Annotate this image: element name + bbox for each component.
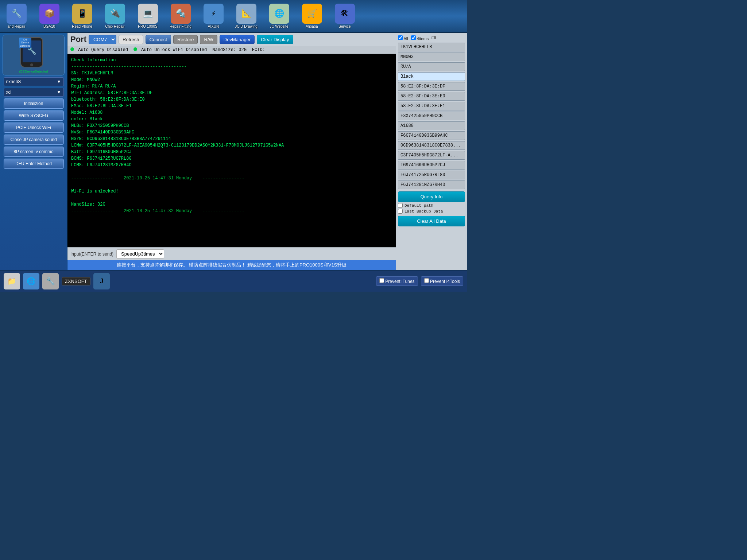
all-checkbox[interactable] bbox=[398, 35, 403, 40]
auto-query-dot bbox=[70, 47, 74, 51]
terminal-line: BCMS: F6J741725RUG7RL80 bbox=[71, 155, 392, 162]
clear-display-button[interactable]: Clear Display bbox=[257, 35, 293, 44]
terminal-line: bluetooth: 58:E2:8F:DA:3E:E0 bbox=[71, 96, 392, 103]
port-bar: Port COM7 Refresh Connect Restore R/W De… bbox=[67, 33, 396, 46]
taskbar-icon-aixun[interactable]: ⚡ AIXUN bbox=[199, 4, 228, 28]
dropdown-nxne6s[interactable]: nxne6S ▼ bbox=[4, 77, 64, 86]
connect-button[interactable]: Connect bbox=[146, 35, 171, 44]
pcie-unlock-wifi-button[interactable]: PCIE Unlock WiFi bbox=[4, 122, 64, 133]
terminal-line bbox=[71, 168, 392, 175]
terminal-wifi-unlocked: Wi-Fi is unlocked! bbox=[71, 188, 392, 195]
terminal-line: WIFI Address: 58:E2:8F:DA:3E:DF bbox=[71, 90, 392, 96]
terminal-line: Check Information bbox=[71, 57, 392, 63]
item-count: □9 bbox=[431, 35, 436, 41]
terminal-line: Mode: MNOW2 bbox=[71, 77, 392, 83]
taskbar-icon-band-repair[interactable]: 🔧 and Repair bbox=[2, 4, 31, 28]
main-content: Port COM7 Refresh Connect Restore R/W De… bbox=[67, 33, 396, 270]
left-sidebar: 🔧 iOSDeviceDetected iOSDeviceDetected nx… bbox=[0, 33, 67, 270]
nand-size-status: NandSize: 32G bbox=[212, 47, 247, 52]
terminal-timestamp: ---------------- 2021-10-25 14:47:31 Mon… bbox=[71, 175, 392, 182]
bottom-icon-app[interactable]: J bbox=[93, 273, 110, 289]
right-item-model: A1688 bbox=[398, 121, 465, 130]
input-dropdown[interactable]: SpeedUp3times Normal SpeedUp2times bbox=[116, 249, 164, 258]
terminal-line: Model: A1688 bbox=[71, 109, 392, 116]
right-checkbar: All 4items □9 bbox=[398, 35, 465, 42]
bottom-icon-tools[interactable]: 🔧 bbox=[42, 273, 59, 289]
right-item-emac: 58:E2:8F:DA:3E:E1 bbox=[398, 102, 465, 110]
auto-query-status: Auto Query Disabled bbox=[70, 47, 128, 52]
taskbar-icon-service[interactable]: 🛠 Service bbox=[330, 4, 359, 28]
right-item-nvsn: F6G74140D03GB99AHC bbox=[398, 131, 465, 140]
taskbar-icon-jcid-drawing[interactable]: 📐 JCID Drawing bbox=[232, 4, 261, 28]
svg-point-2 bbox=[30, 63, 33, 66]
default-path-label: Default path bbox=[405, 203, 433, 208]
right-item-mode: MN0W2 bbox=[398, 52, 465, 61]
right-panel: All 4items □9 FK1VLHCHHFLR MN0W2 RU/A Bl… bbox=[396, 33, 467, 270]
bottom-icon-folder[interactable]: 📁 bbox=[4, 273, 20, 289]
dropdown-xd[interactable]: xd ▼ bbox=[4, 88, 64, 97]
terminal-line: ----------------------------------------… bbox=[71, 63, 392, 70]
rw-button[interactable]: R/W bbox=[200, 35, 217, 44]
last-backup-checkbox[interactable] bbox=[398, 209, 403, 214]
auto-unlock-dot bbox=[133, 47, 137, 51]
right-item-batt: FG97416K0UHG5P2CJ bbox=[398, 161, 465, 170]
port-label: Port bbox=[70, 35, 86, 44]
last-backup-row: Last Backup Data bbox=[398, 209, 465, 214]
terminal-line: color: Black bbox=[71, 116, 392, 122]
right-item-mlb: F3X7425059PH9CCB bbox=[398, 112, 465, 120]
terminal-line bbox=[71, 182, 392, 188]
taskbar-icon-chip-repair[interactable]: 🔌 Chip Repair bbox=[100, 4, 129, 28]
restore-button[interactable]: Restore bbox=[173, 35, 198, 44]
terminal-line: Region: RU/A RU/A bbox=[71, 83, 392, 90]
port-select[interactable]: COM7 bbox=[89, 35, 116, 44]
refresh-button[interactable]: Refresh bbox=[119, 35, 143, 44]
right-item-lcm: C3F7405H5HDG872LF-A... bbox=[398, 151, 465, 160]
prevent-itunes-label[interactable]: Prevent iTunes bbox=[376, 276, 418, 286]
taskbar-icon-alibaba[interactable]: 🛒 Alibaba bbox=[297, 4, 326, 28]
terminal-nandsize: NandSize: 32G bbox=[71, 201, 392, 208]
terminal-line: NvSn: F6G74140D03GB99AHC bbox=[71, 129, 392, 136]
top-taskbar: 🔧 and Repair 📦 BGA10 📱 Read Phone 🔌 Chip… bbox=[0, 0, 467, 33]
default-path-checkbox[interactable] bbox=[398, 203, 403, 208]
terminal-line: Batt: FG97416K0UHG5P2CJ bbox=[71, 149, 392, 155]
prevent-itunes-checkbox[interactable] bbox=[379, 278, 384, 283]
terminal-display[interactable]: Check Information ----------------------… bbox=[67, 54, 396, 247]
app-label[interactable]: ZXNSOFT bbox=[62, 277, 90, 285]
taskbar-icon-bga10[interactable]: 📦 BGA10 bbox=[35, 4, 64, 28]
right-item-region: RU/A bbox=[398, 62, 465, 71]
right-item-nsrn: 0CD9638148318C0E7838... bbox=[398, 141, 465, 150]
write-syscfg-button[interactable]: Write SYSCFG bbox=[4, 110, 64, 121]
input-bar: Input(ENTER to send) SpeedUp3times Norma… bbox=[67, 247, 396, 260]
right-item-wifi: 58:E2:8F:DA:3E:DF bbox=[398, 82, 465, 91]
right-item-color: Black bbox=[398, 72, 465, 81]
last-backup-label: Last Backup Data bbox=[405, 209, 443, 214]
devmanager-button[interactable]: DevManager bbox=[220, 35, 255, 44]
query-info-button[interactable]: Query Info bbox=[398, 191, 465, 202]
terminal-line: EMac: 58:E2:8F:DA:3E:E1 bbox=[71, 103, 392, 109]
4items-checkbox[interactable] bbox=[411, 35, 416, 40]
terminal-line: SN: FK1VLHCHHFLR bbox=[71, 70, 392, 77]
terminal-line: FCMS: F6J741281MZG7RH4D bbox=[71, 162, 392, 168]
initializion-button[interactable]: Initializion bbox=[4, 98, 64, 109]
prevent-i4tools-label[interactable]: Prevent i4Tools bbox=[421, 276, 463, 286]
right-item-fcms: F6J741281MZG7RH4D bbox=[398, 180, 465, 189]
ecid-status: ECID: bbox=[252, 47, 265, 52]
status-bar: Auto Query Disabled Auto Unlock WiFi Dis… bbox=[67, 46, 396, 54]
app-container: 🔧 iOSDeviceDetected iOSDeviceDetected nx… bbox=[0, 33, 467, 270]
taskbar-icon-read-phone[interactable]: 📱 Read Phone bbox=[67, 4, 97, 28]
input-label: Input(ENTER to send) bbox=[70, 252, 113, 257]
bottom-icon-chrome[interactable]: 🌐 bbox=[23, 273, 39, 289]
all-checkbox-label[interactable]: All bbox=[398, 35, 408, 41]
status-message-bar: 连接平台，支持点阵解绑和保存。 谨防点阵排线假冒仿制品！ 精诚提醒您，请将手上的… bbox=[67, 260, 396, 270]
taskbar-icon-jc-website[interactable]: 🌐 JC Website bbox=[264, 4, 294, 28]
taskbar-icon-repair-fitting[interactable]: 🔩 Repair Fitting bbox=[166, 4, 195, 28]
dfu-enter-button[interactable]: DFU Enter Method bbox=[4, 159, 64, 169]
terminal-line: MLB#: F3X7425059PH9CCB bbox=[71, 122, 392, 129]
taskbar-icon-pro1000s[interactable]: 💻 PRO 1000S bbox=[133, 4, 162, 28]
sp-screen-button[interactable]: 8P screen_v commo bbox=[4, 147, 64, 157]
clear-all-data-button[interactable]: Clear All Data bbox=[398, 216, 465, 226]
4items-checkbox-label[interactable]: 4items bbox=[411, 35, 429, 41]
ios-device-badge: iOSDeviceDetected bbox=[19, 38, 31, 48]
close-jp-camera-button[interactable]: Close JP camera sound bbox=[4, 135, 64, 145]
prevent-i4tools-checkbox[interactable] bbox=[424, 278, 429, 283]
